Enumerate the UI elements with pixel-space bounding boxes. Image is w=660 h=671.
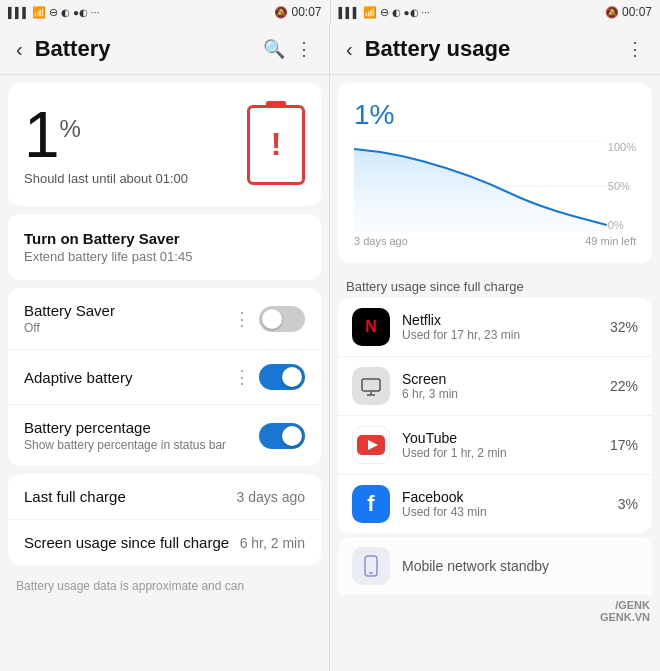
facebook-info: Facebook Used for 43 min	[402, 489, 606, 519]
chart-label-50: 50%	[608, 180, 636, 192]
youtube-icon	[352, 426, 390, 464]
usage-item-screen[interactable]: Screen 6 hr, 3 min 22%	[338, 357, 652, 416]
screen-svg	[360, 375, 382, 397]
settings-card: Battery Saver Off ⋮ Adaptive battery ⋮	[8, 288, 321, 466]
battery-percent-display: 1 % Should last until about 01:00	[24, 103, 188, 186]
usage-section-label: Battery usage since full charge	[330, 271, 660, 298]
settings-item-battery-saver[interactable]: Battery Saver Off ⋮	[8, 288, 321, 350]
screen-time: 6 hr, 3 min	[402, 387, 598, 401]
extra-icons: ◐ ●◐ ···	[61, 7, 99, 18]
battery-warning-icon: !	[247, 105, 305, 185]
usage-item-facebook[interactable]: f Facebook Used for 43 min 3%	[338, 475, 652, 533]
back-button-right[interactable]: ‹	[346, 38, 353, 61]
battery-card: 1 % Should last until about 01:00 !	[8, 83, 321, 206]
signal-icon: ▌▌▌	[8, 7, 29, 18]
info-label-last-charge: Last full charge	[24, 488, 126, 505]
partial-info: Mobile network standby	[402, 558, 638, 574]
youtube-info: YouTube Used for 1 hr, 2 min	[402, 430, 598, 460]
saver-title: Turn on Battery Saver	[24, 230, 305, 247]
info-label-screen-usage: Screen usage since full charge	[24, 534, 229, 551]
usage-list: N Netflix Used for 17 hr, 23 min 32%	[338, 298, 652, 533]
genk-watermark: /GENK GENK.VN	[330, 599, 660, 623]
battery-chart	[354, 141, 636, 231]
status-right-left-icons: ▌▌▌ 📶 ⊖ ◐ ●◐ ···	[339, 6, 430, 19]
left-panel-title: Battery	[35, 36, 251, 62]
right-panel-title: Battery usage	[365, 36, 614, 62]
notification-icon-r: 🔕	[605, 6, 619, 19]
youtube-svg	[356, 434, 386, 456]
svg-rect-3	[362, 379, 380, 391]
genk-line1: /GENK	[615, 599, 650, 611]
dots-icon-battery-saver[interactable]: ⋮	[233, 308, 251, 330]
dots-icon-adaptive[interactable]: ⋮	[233, 366, 251, 388]
screen-name: Screen	[402, 371, 598, 387]
toggle-battery-percentage[interactable]	[259, 423, 305, 449]
chart-labels-right: 100% 50% 0%	[608, 141, 636, 231]
battery-subtitle: Should last until about 01:00	[24, 171, 188, 186]
youtube-percent: 17%	[610, 437, 638, 453]
status-bar-right: ▌▌▌ 📶 ⊖ ◐ ●◐ ··· 🔕 00:07	[330, 0, 661, 24]
facebook-icon: f	[352, 485, 390, 523]
time-left: 00:07	[291, 5, 321, 19]
partial-icon	[352, 547, 390, 585]
usage-item-netflix[interactable]: N Netflix Used for 17 hr, 23 min 32%	[338, 298, 652, 357]
search-icon[interactable]: 🔍	[263, 38, 285, 60]
disclaimer: Battery usage data is approximate and ca…	[0, 569, 329, 603]
toggle-adaptive-battery[interactable]	[259, 364, 305, 390]
info-card: Last full charge 3 days ago Screen usage…	[8, 474, 321, 565]
percent-sign: %	[60, 115, 81, 143]
usage-item-youtube[interactable]: YouTube Used for 1 hr, 2 min 17%	[338, 416, 652, 475]
info-value-screen-usage: 6 hr, 2 min	[240, 535, 305, 551]
settings-item-battery-percentage[interactable]: Battery percentage Show battery percenta…	[8, 405, 321, 466]
usage-card: 1%	[338, 83, 652, 263]
status-bar-left: ▌▌▌ 📶 ⊖ ◐ ●◐ ··· 🔕 00:07	[0, 0, 330, 24]
extra-icons-r: ◐ ●◐ ···	[392, 7, 430, 18]
genk-line2: GENK.VN	[600, 611, 650, 623]
usage-percent: 1%	[354, 99, 636, 131]
screen-info: Screen 6 hr, 3 min	[402, 371, 598, 401]
right-panel: ‹ Battery usage ⋮ 1%	[330, 24, 660, 671]
facebook-name: Facebook	[402, 489, 606, 505]
netflix-time: Used for 17 hr, 23 min	[402, 328, 598, 342]
back-button-left[interactable]: ‹	[16, 38, 23, 61]
netflix-icon: N	[352, 308, 390, 346]
toggle-battery-saver[interactable]	[259, 306, 305, 332]
warning-exclaim: !	[271, 126, 282, 163]
time-right: 00:07	[622, 5, 652, 19]
youtube-name: YouTube	[402, 430, 598, 446]
settings-right-percentage	[259, 423, 305, 449]
chart-label-0: 0%	[608, 219, 636, 231]
settings-right-adaptive: ⋮	[233, 364, 305, 390]
status-left-icons: ▌▌▌ 📶 ⊖ ◐ ●◐ ···	[8, 6, 99, 19]
left-header-icons: 🔍 ⋮	[263, 38, 313, 60]
info-row-screen-usage: Screen usage since full charge 6 hr, 2 m…	[8, 520, 321, 565]
status-right-right: 🔕 00:07	[605, 5, 652, 19]
chart-labels-bottom: 3 days ago 49 min left	[354, 235, 636, 247]
netflix-info: Netflix Used for 17 hr, 23 min	[402, 312, 598, 342]
chart-label-right: 49 min left	[585, 235, 636, 247]
wifi-icon: 📶	[32, 6, 46, 19]
partial-name: Mobile network standby	[402, 558, 638, 574]
wifi-icon-r: 📶	[363, 6, 377, 19]
toggle-knob-adaptive	[282, 367, 302, 387]
info-row-last-charge: Last full charge 3 days ago	[8, 474, 321, 520]
percent-row: 1 %	[24, 103, 188, 167]
battery-saver-card[interactable]: Turn on Battery Saver Extend battery lif…	[8, 214, 321, 280]
netflix-percent: 32%	[610, 319, 638, 335]
settings-item-adaptive-left: Adaptive battery	[24, 369, 132, 386]
facebook-time: Used for 43 min	[402, 505, 606, 519]
more-icon-left[interactable]: ⋮	[295, 38, 313, 60]
settings-item-percentage-left: Battery percentage Show battery percenta…	[24, 419, 226, 452]
battery-status-icon: ⊖	[49, 6, 58, 19]
settings-label-percentage: Battery percentage	[24, 419, 226, 436]
facebook-percent: 3%	[618, 496, 638, 512]
signal-icon-r: ▌▌▌	[339, 7, 360, 18]
chart-label-100: 100%	[608, 141, 636, 153]
mobile-svg	[360, 555, 382, 577]
battery-status-icon-r: ⊖	[380, 6, 389, 19]
notification-icon: 🔕	[274, 6, 288, 19]
settings-item-adaptive-battery[interactable]: Adaptive battery ⋮	[8, 350, 321, 405]
more-icon-right[interactable]: ⋮	[626, 38, 644, 60]
status-bars: ▌▌▌ 📶 ⊖ ◐ ●◐ ··· 🔕 00:07 ▌▌▌ 📶 ⊖ ◐ ●◐ ··…	[0, 0, 660, 24]
settings-label-adaptive: Adaptive battery	[24, 369, 132, 386]
